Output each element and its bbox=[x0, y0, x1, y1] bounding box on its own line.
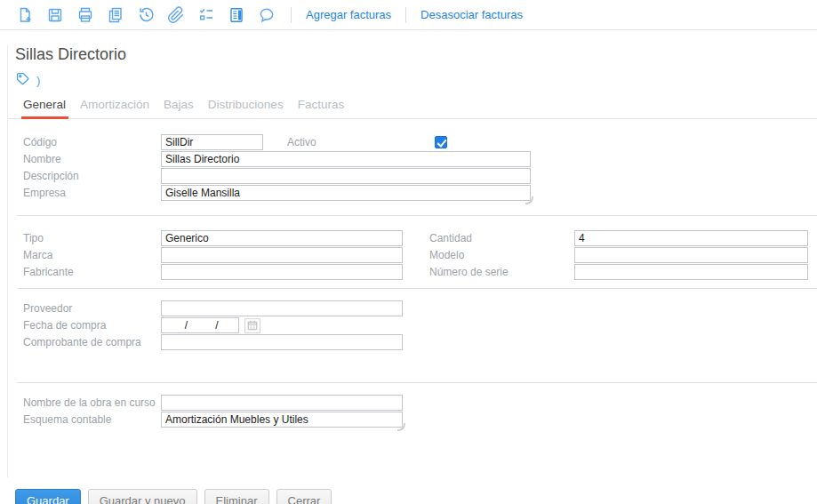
toolbar-divider bbox=[405, 7, 406, 23]
row-esquema-contable: Esquema contable bbox=[23, 412, 817, 428]
tag-icon[interactable] bbox=[15, 71, 30, 90]
fabricante-label: Fabricante bbox=[23, 266, 161, 278]
save-icon[interactable] bbox=[45, 5, 65, 25]
proveedor-label: Proveedor bbox=[23, 302, 161, 315]
toolbar-divider bbox=[291, 7, 292, 23]
comments-icon[interactable] bbox=[257, 5, 276, 25]
history-icon[interactable] bbox=[136, 5, 156, 25]
calendar-button[interactable] bbox=[244, 318, 260, 333]
modelo-label: Modelo bbox=[429, 249, 574, 261]
row-fabricante-serie: Fabricante Número de serie bbox=[23, 264, 817, 280]
toolbar: Agregar facturas Desasociar facturas bbox=[0, 0, 817, 30]
comprobante-label: Comprobante de compra bbox=[23, 336, 161, 348]
page-title: Sillas Directorio bbox=[15, 45, 817, 64]
autocomplete-notch bbox=[397, 423, 405, 431]
section-divider bbox=[17, 288, 817, 289]
marca-label: Marca bbox=[23, 249, 161, 261]
activo-checkbox[interactable] bbox=[435, 136, 447, 148]
fecha-compra-label: Fecha de compra bbox=[23, 319, 161, 332]
nombre-label: Nombre bbox=[23, 153, 161, 165]
descripcion-label: Descripción bbox=[23, 170, 161, 182]
row-obra-en-curso: Nombre de la obra en curso bbox=[23, 395, 817, 411]
row-fecha-compra: Fecha de compra bbox=[23, 317, 817, 333]
descripcion-input[interactable] bbox=[161, 168, 531, 184]
cantidad-label: Cantidad bbox=[429, 232, 574, 244]
section-divider bbox=[17, 215, 817, 216]
tipo-input[interactable] bbox=[161, 230, 403, 246]
tab-bar: General Amortización Bajas Distribucione… bbox=[8, 98, 817, 119]
row-nombre: Nombre bbox=[23, 151, 817, 167]
save-and-new-button[interactable]: Guardar y nuevo bbox=[88, 489, 197, 504]
section-divider bbox=[17, 382, 817, 383]
nombre-input[interactable] bbox=[161, 151, 531, 167]
numero-serie-input[interactable] bbox=[574, 264, 808, 280]
save-button[interactable]: Guardar bbox=[15, 489, 81, 504]
modelo-input[interactable] bbox=[574, 247, 808, 263]
tag-decoration: ) bbox=[36, 74, 40, 87]
attachments-icon[interactable] bbox=[166, 5, 186, 25]
row-comprobante: Comprobante de compra bbox=[23, 334, 817, 350]
tab-distribuciones[interactable]: Distribuciones bbox=[208, 98, 284, 118]
comprobante-input[interactable] bbox=[161, 334, 403, 350]
autocomplete-notch bbox=[525, 196, 533, 204]
tab-general[interactable]: General bbox=[23, 98, 66, 118]
row-empresa: Empresa bbox=[23, 185, 817, 201]
delete-button[interactable]: Eliminar bbox=[204, 489, 269, 504]
report-icon[interactable] bbox=[227, 5, 246, 25]
general-form: Código Activo Nombre Descripción Empresa… bbox=[8, 119, 817, 428]
esquema-contable-label: Esquema contable bbox=[23, 413, 161, 426]
activo-label: Activo bbox=[287, 136, 435, 148]
add-invoices-link[interactable]: Agregar facturas bbox=[306, 8, 391, 21]
checklist-icon[interactable] bbox=[196, 5, 216, 25]
empresa-label: Empresa bbox=[23, 187, 161, 199]
obra-en-curso-input[interactable] bbox=[161, 395, 403, 411]
content-panel: Sillas Directorio ) General Amortización… bbox=[7, 45, 817, 477]
tab-amortizacion[interactable]: Amortización bbox=[80, 98, 149, 118]
fecha-compra-input[interactable] bbox=[161, 317, 239, 333]
codigo-label: Código bbox=[23, 136, 161, 148]
marca-input[interactable] bbox=[161, 247, 403, 263]
fabricante-input[interactable] bbox=[161, 264, 403, 280]
tipo-label: Tipo bbox=[23, 232, 161, 244]
row-marca-modelo: Marca Modelo bbox=[23, 247, 817, 263]
new-document-icon[interactable] bbox=[15, 5, 35, 25]
tab-facturas[interactable]: Facturas bbox=[298, 98, 345, 118]
obra-en-curso-label: Nombre de la obra en curso bbox=[23, 396, 161, 409]
row-descripcion: Descripción bbox=[23, 168, 817, 184]
esquema-contable-input[interactable] bbox=[161, 412, 403, 428]
row-codigo: Código Activo bbox=[23, 134, 817, 150]
row-proveedor: Proveedor bbox=[23, 300, 817, 316]
cantidad-input[interactable] bbox=[574, 230, 808, 246]
row-tipo-cantidad: Tipo Cantidad bbox=[23, 230, 817, 246]
footer-button-bar: Guardar Guardar y nuevo Eliminar Cerrar bbox=[0, 489, 817, 504]
codigo-input[interactable] bbox=[161, 134, 263, 150]
print-icon[interactable] bbox=[76, 5, 95, 25]
copy-icon[interactable] bbox=[106, 5, 125, 25]
numero-serie-label: Número de serie bbox=[429, 266, 574, 278]
tab-bajas[interactable]: Bajas bbox=[164, 98, 194, 118]
proveedor-input[interactable] bbox=[161, 300, 403, 316]
empresa-input[interactable] bbox=[161, 185, 531, 201]
tags-row: ) bbox=[15, 73, 817, 88]
close-button[interactable]: Cerrar bbox=[276, 489, 332, 504]
unlink-invoices-link[interactable]: Desasociar facturas bbox=[421, 8, 523, 21]
